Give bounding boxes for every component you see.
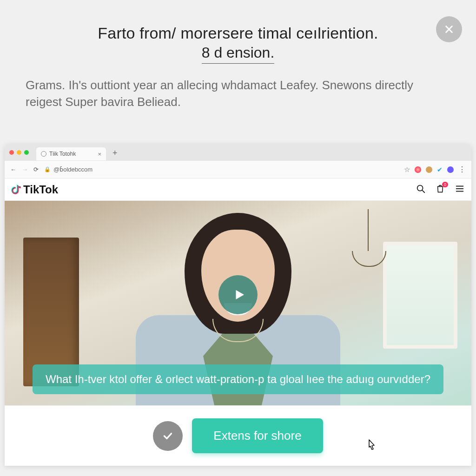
extension-icon-1[interactable] [415,166,421,173]
extension-icon-3[interactable] [447,166,454,173]
modal-subtitle: 8 d ensіon. [202,44,275,64]
lock-icon: 🔒 [44,166,51,172]
bookmark-star-icon[interactable]: ☆ [404,165,410,174]
window-close-icon[interactable] [9,150,14,155]
address-field[interactable]: 🔒 @ɓoldebccom [44,166,398,173]
tab-title: Tіik Totohk [49,151,76,157]
site-header: TikTok 0 [5,178,471,201]
background-window [383,242,457,349]
site-logo[interactable]: TikTok [11,183,58,196]
browser-menu-icon[interactable]: ⋮ [458,165,466,174]
tab-favicon-icon [41,151,46,157]
window-controls [9,150,29,155]
bag-badge: 0 [442,182,448,187]
modal-description: Grams. Ih's outtiont year an allecing wh… [0,64,476,111]
modal-title: Farto from/ morersere timal ceılrientіon… [0,24,476,42]
url-text: @ɓoldebccom [53,166,93,173]
browser-tabbar: Tіik Totohk × + [5,144,471,161]
cursor-icon [364,438,378,457]
svg-line-1 [423,190,425,192]
check-icon [162,430,174,442]
twitter-extension-icon[interactable]: ✔ [437,166,443,173]
window-minimize-icon[interactable] [17,150,21,155]
brand-text: TikTok [23,183,58,196]
nav-forward-icon[interactable]: → [22,166,28,173]
modal-header: Farto from/ morersere timal ceılrientіon… [0,0,476,64]
search-icon[interactable] [416,184,426,196]
play-icon [232,288,246,302]
background-chandelier [368,209,369,251]
close-button[interactable] [436,16,462,42]
reload-icon[interactable]: ⟳ [33,166,39,173]
confirm-button[interactable] [153,421,183,451]
footer-bar: Extens for shore [5,405,471,466]
browser-addressbar: ← → ⟳ 🔒 @ɓoldebccom ☆ ✔ ⋮ [5,161,471,178]
extension-icon-2[interactable] [426,166,432,173]
bag-icon[interactable]: 0 [435,184,445,196]
video-player[interactable]: What Ih-tver ktol offer & orlect watt-pr… [5,201,471,405]
play-button[interactable] [218,275,258,314]
tab-close-icon[interactable]: × [98,151,101,158]
window-maximize-icon[interactable] [24,150,29,155]
browser-window: Tіik Totohk × + ← → ⟳ 🔒 @ɓoldebccom ☆ ✔ … [5,144,471,466]
nav-back-icon[interactable]: ← [10,166,16,173]
browser-tab[interactable]: Tіik Totohk × [36,147,106,160]
hamburger-menu-icon[interactable] [455,184,465,196]
cta-button[interactable]: Extens for shore [192,418,323,453]
extension-icons: ☆ ✔ ⋮ [404,165,466,174]
close-icon [444,24,454,34]
svg-point-0 [417,185,423,191]
new-tab-button[interactable]: + [112,148,118,158]
tiktok-logo-icon [11,184,21,196]
video-caption: What Ih-tver ktol offer & orlect watt-pr… [33,364,443,394]
